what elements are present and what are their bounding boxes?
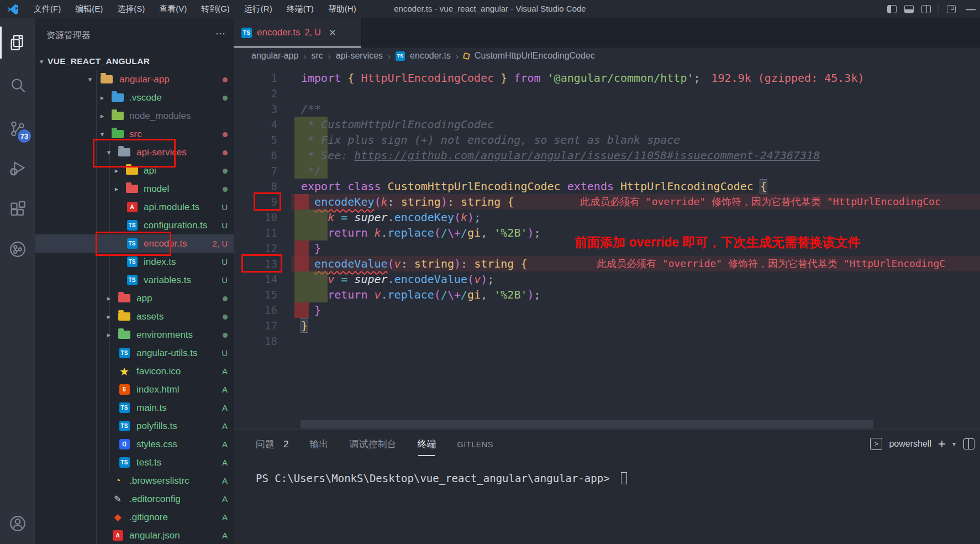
minimize-icon[interactable]: — xyxy=(966,0,976,18)
ts-icon: TS xyxy=(118,348,130,359)
css-icon: ᗡ xyxy=(118,439,130,450)
tree-item-node-modules[interactable]: ▸node_modules xyxy=(35,107,234,125)
activity-search[interactable] xyxy=(0,66,35,105)
line-number: 1 xyxy=(234,70,277,86)
tab-encoder-ts[interactable]: TS encoder.ts 2, U ✕ xyxy=(234,18,362,48)
activity-run-debug[interactable] xyxy=(0,149,35,188)
tree-item-environments[interactable]: ▸environments xyxy=(35,326,234,344)
split-terminal-icon[interactable] xyxy=(963,438,974,449)
menu-item-7[interactable]: 帮助(H) xyxy=(321,0,363,18)
titlebar-separator xyxy=(939,4,939,13)
tree-item-angular.json[interactable]: Aangular.jsonA xyxy=(35,526,234,544)
chevron-right-icon: ▸ xyxy=(98,112,106,120)
terminal[interactable]: PS C:\Users\MonkS\Desktop\vue_react_angu… xyxy=(256,472,627,484)
activity-gitlens[interactable] xyxy=(0,230,35,269)
tree-item-label: angular.json xyxy=(129,530,180,541)
workspace-section-header[interactable]: ▾ VUE_REACT_ANGULAR xyxy=(35,52,234,70)
git-status-badge: U xyxy=(222,221,228,230)
terminal-dropdown-chevron-icon[interactable]: ▾ xyxy=(952,440,956,448)
code-line-10: 10 k = super.encodeKey(k); xyxy=(234,210,980,225)
code-line-14: 14 v = super.encodeValue(v); xyxy=(234,271,980,287)
panel-tab-终端[interactable]: 终端 xyxy=(417,438,436,456)
tree-item-label: .browserslistrc xyxy=(129,475,189,487)
code-text: */ xyxy=(301,163,321,179)
chevron-right-icon: ▸ xyxy=(98,93,106,102)
menu-item-6[interactable]: 终端(T) xyxy=(280,0,321,18)
menu-item-4[interactable]: 转到(G) xyxy=(194,0,237,18)
panel-tab-问题[interactable]: 问题2 xyxy=(256,438,288,456)
code-text: } xyxy=(301,318,308,333)
code-line-16: 16 } xyxy=(234,302,980,318)
chevron-right-icon: ▸ xyxy=(105,294,113,302)
explorer-more-actions-icon[interactable]: ⋯ xyxy=(215,28,226,40)
code-line-13: 13 encodeValue(v: string): string {此成员必须… xyxy=(234,256,980,271)
tree-item-styles.css[interactable]: ᗡstyles.cssA xyxy=(35,435,234,453)
vscode-logo-icon xyxy=(7,3,19,15)
line-number: 14 xyxy=(234,271,277,287)
terminal-cursor xyxy=(621,472,627,484)
panel-tab-输出[interactable]: 输出 xyxy=(309,438,328,456)
breadcrumb-item[interactable]: encoder.ts xyxy=(410,51,451,61)
tree-item-.vscode[interactable]: ▸.vscode xyxy=(35,88,234,107)
new-terminal-icon[interactable]: + xyxy=(938,438,946,449)
menu-item-5[interactable]: 运行(R) xyxy=(237,0,280,18)
toggle-secondary-sidebar-icon[interactable] xyxy=(921,5,931,13)
code-line-9: 9 encodeKey(k: string): string {此成员必须有 "… xyxy=(234,194,980,210)
code-line-1: 1import { HttpUrlEncodingCodec } from '@… xyxy=(234,70,980,86)
tree-item-app[interactable]: ▸app xyxy=(35,289,234,307)
customize-layout-icon[interactable] xyxy=(947,5,956,13)
breadcrumb-item[interactable]: api-services xyxy=(336,51,383,61)
tree-item-test.ts[interactable]: TStest.tsA xyxy=(35,453,234,472)
menu-item-1[interactable]: 编辑(E) xyxy=(68,0,110,18)
code-text: k = super.encodeKey(k); xyxy=(301,210,481,225)
tree-item-angular-utils.ts[interactable]: TSangular-utils.tsU xyxy=(35,344,234,362)
toggle-panel-icon[interactable] xyxy=(904,5,914,13)
breadcrumb-item[interactable]: CustomHttpUrlEncodingCodec xyxy=(475,51,595,61)
terminal-shell-name[interactable]: powershell xyxy=(889,439,931,449)
menu-item-3[interactable]: 查看(V) xyxy=(152,0,194,18)
explorer-title: 资源管理器 xyxy=(46,30,91,41)
breadcrumb-item[interactable]: src xyxy=(311,51,323,61)
chevron-down-icon: ▾ xyxy=(86,75,94,83)
tree-item-.browserslistrc[interactable]: ◔.browserslistrcA xyxy=(35,472,234,490)
chevron-down-icon: ▾ xyxy=(39,57,43,65)
star-icon: ★ xyxy=(118,366,130,377)
folder-env-icon xyxy=(118,329,130,341)
menu-item-2[interactable]: 选择(S) xyxy=(110,0,152,18)
horizontal-scrollbar[interactable] xyxy=(301,420,873,428)
toggle-sidebar-icon[interactable] xyxy=(887,5,897,13)
tree-item-.gitignore[interactable]: ◆.gitignoreA xyxy=(35,508,234,526)
git-status-dot xyxy=(223,312,228,321)
git-status-dot xyxy=(223,75,228,84)
menu-item-0[interactable]: 文件(F) xyxy=(27,0,68,18)
tree-item-favicon.ico[interactable]: ★favicon.icoA xyxy=(35,362,234,380)
panel-tab-调试控制台[interactable]: 调试控制台 xyxy=(349,438,396,456)
code-text: } xyxy=(301,240,321,256)
breadcrumb-separator-icon: › xyxy=(388,51,391,61)
tree-item-polyfills.ts[interactable]: TSpolyfills.tsA xyxy=(35,417,234,435)
activity-account[interactable] xyxy=(0,504,35,543)
tree-item-index.html[interactable]: 5index.htmlA xyxy=(35,380,234,399)
code-text: export class CustomHttpUrlEncodingCodec … xyxy=(301,179,767,194)
window-title: encoder.ts - vue_react_angular - Visual … xyxy=(394,0,586,18)
breadcrumb-item[interactable]: angular-app xyxy=(251,51,298,61)
tree-item-main.ts[interactable]: TSmain.tsA xyxy=(35,399,234,417)
activity-extensions[interactable] xyxy=(0,190,35,229)
tree-item-angular-app[interactable]: ▾angular-app xyxy=(35,70,234,88)
code-text: * Fix plus sign (+) not encoding, so sen… xyxy=(301,132,680,148)
panel-tab-GITLENS[interactable]: GITLENS xyxy=(457,440,493,454)
activity-explorer[interactable] xyxy=(0,23,35,62)
tree-item-api.module.ts[interactable]: Aapi.module.tsU xyxy=(35,198,234,216)
tree-item-.editorconfig[interactable]: ✎.editorconfigA xyxy=(35,490,234,508)
inline-error-message: 此成员必须有 "override" 修饰符，因为它替代基类 "HttpUrlEn… xyxy=(580,194,941,210)
activity-bar: 73 xyxy=(0,18,35,544)
titlebar-actions: — xyxy=(887,0,976,18)
tree-item-model[interactable]: ▸model xyxy=(35,180,234,198)
activity-source-control[interactable]: 73 xyxy=(0,109,35,148)
code-line-15: 15 return v.replace(/\+/gi, '%2B'); xyxy=(234,287,980,302)
breadcrumb: angular-app›src›api-services›TSencoder.t… xyxy=(251,48,595,64)
tree-item-variables.ts[interactable]: TSvariables.tsU xyxy=(35,271,234,289)
tree-item-label: .vscode xyxy=(129,92,162,103)
tree-item-assets[interactable]: ▸assets xyxy=(35,307,234,326)
close-icon[interactable]: ✕ xyxy=(329,27,336,39)
